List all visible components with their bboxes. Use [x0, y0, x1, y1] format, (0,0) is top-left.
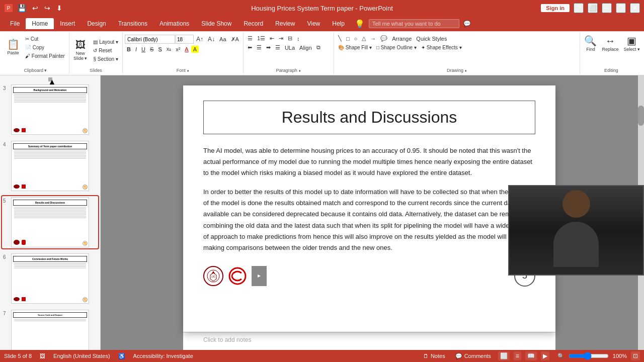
format-painter-button[interactable]: 🖌 Format Painter: [23, 52, 67, 60]
shape-triangle[interactable]: △: [360, 35, 368, 42]
slide-title-box[interactable]: Results and Discussions: [203, 101, 535, 134]
italic-button[interactable]: I: [133, 46, 139, 53]
underline-button[interactable]: U: [139, 46, 147, 53]
increase-font-button[interactable]: A↑: [194, 35, 205, 43]
decrease-indent-button[interactable]: ⇤: [268, 35, 276, 42]
superscript-button[interactable]: x²: [174, 46, 182, 53]
slide-thumb-5[interactable]: 5 Results and Discussions 🔁: [2, 196, 98, 248]
save-button[interactable]: 💾: [16, 3, 28, 13]
minimize-button[interactable]: ─: [602, 3, 612, 13]
font-size-selector[interactable]: [176, 35, 194, 44]
tab-animations[interactable]: Animations: [153, 18, 195, 29]
canvas-scrollbar-thumb[interactable]: [638, 106, 644, 126]
tab-review[interactable]: Review: [269, 18, 301, 29]
align-center-button[interactable]: ☰: [255, 44, 264, 51]
restore-button[interactable]: ❐: [616, 3, 626, 13]
shape-rect[interactable]: □: [344, 35, 352, 42]
tab-help[interactable]: Help: [326, 18, 351, 29]
coat-of-arms-icon: UG: [206, 269, 220, 283]
layout-button[interactable]: ▤ Layout ▾: [91, 38, 120, 46]
font-name-selector[interactable]: [125, 35, 175, 44]
paragraph-label: Paragraph ⬧: [244, 68, 334, 73]
tab-file[interactable]: File: [4, 18, 26, 29]
paste-button[interactable]: 📋 Paste: [4, 38, 22, 56]
tab-transitions[interactable]: Transitions: [112, 18, 153, 29]
decrease-font-button[interactable]: A↓: [206, 35, 217, 43]
cut-button[interactable]: ✂ Cut: [23, 35, 67, 43]
numbering-button[interactable]: 1☰: [255, 35, 267, 42]
shape-callout[interactable]: 💬: [378, 35, 389, 42]
arrange-button[interactable]: Arrange: [390, 35, 414, 42]
outline-view-button[interactable]: ≡: [514, 351, 521, 360]
comments-icon: 💬: [455, 353, 462, 359]
shape-outline-button[interactable]: □ Shape Outline ▾: [374, 44, 419, 51]
font-color-button[interactable]: A: [183, 46, 190, 53]
shape-effects-button[interactable]: ✦ Shape Effects ▾: [419, 44, 464, 51]
smartart-button[interactable]: ⧉: [314, 44, 323, 51]
slide-thumb-4[interactable]: 4 Summary of Term paper contribution 🔁: [2, 140, 98, 192]
tab-home[interactable]: Home: [26, 18, 54, 29]
tab-record[interactable]: Record: [237, 18, 269, 29]
search-input[interactable]: [369, 19, 459, 28]
scroll-up-button[interactable]: ▲: [48, 77, 52, 81]
justify-button[interactable]: ☰: [273, 44, 282, 51]
ribbon-display-button[interactable]: ⬜: [588, 3, 598, 13]
reset-button[interactable]: ↺ Reset: [91, 47, 120, 54]
help-icon[interactable]: ?: [574, 3, 584, 13]
zoom-slider[interactable]: [569, 352, 609, 360]
shape-oval[interactable]: ○: [352, 35, 360, 42]
slide-show-button[interactable]: ▶: [541, 351, 549, 360]
copy-button[interactable]: 📄 Copy: [23, 44, 67, 51]
normal-view-button[interactable]: ⬜: [498, 351, 510, 360]
find-button[interactable]: 🔍 Find: [582, 35, 599, 53]
shape-fill-button[interactable]: 🎨 Shape Fill ▾: [336, 44, 374, 51]
fit-to-window-button[interactable]: ⊡: [631, 351, 640, 360]
slide-thumb-7[interactable]: 7 Source Code and Dataset: [2, 309, 98, 350]
undo-button[interactable]: ↩: [31, 3, 40, 13]
tab-insert[interactable]: Insert: [54, 18, 81, 29]
align-text-button[interactable]: Align: [297, 44, 313, 51]
align-right-button[interactable]: ➡: [264, 44, 273, 51]
sign-in-button[interactable]: Sign in: [541, 4, 570, 12]
select-button[interactable]: ▣ Select ▾: [621, 35, 642, 53]
tab-slideshow[interactable]: Slide Show: [195, 18, 237, 29]
text-direction-button[interactable]: ULa: [283, 44, 297, 51]
tab-view[interactable]: View: [301, 18, 326, 29]
columns-button[interactable]: ⊟: [286, 35, 294, 42]
notes-button[interactable]: 🗒 Notes: [420, 352, 448, 360]
slide-thumb-3[interactable]: 3 Background and Motivation 🔁: [2, 83, 98, 136]
paragraph-group: ☰ 1☰ ⇤ ⇥ ⊟ ↕ ⬅ ☰ ➡ ☰ ULa Align ⧉ Paragra: [244, 33, 334, 74]
slide-preview-4: Summary of Term paper contribution 🔁: [11, 141, 89, 191]
increase-indent-button[interactable]: ⇥: [277, 35, 285, 42]
slide-thumb-6[interactable]: 6 Conclusion and Future Works 🔁: [2, 252, 98, 305]
bold-button[interactable]: B: [125, 46, 133, 53]
align-left-button[interactable]: ⬅: [246, 44, 254, 51]
status-bar: Slide 5 of 8 🖼 English (United States) ♿…: [0, 350, 644, 362]
strikethrough-button[interactable]: S: [148, 46, 155, 53]
slide-canvas[interactable]: Results and Discussions The AI model, wa…: [183, 85, 555, 332]
text-highlight-button[interactable]: A: [191, 46, 199, 53]
section-button[interactable]: § Section ▾: [91, 55, 120, 63]
change-case-button[interactable]: Aa: [217, 36, 228, 43]
quick-styles-button[interactable]: Quick Styles: [414, 35, 449, 42]
reading-view-button[interactable]: 📖: [525, 351, 537, 360]
notes-area[interactable]: Click to add notes: [183, 332, 555, 350]
subscript-button[interactable]: x₂: [165, 45, 174, 53]
clear-format-button[interactable]: ✗A: [229, 36, 241, 43]
line-spacing-button[interactable]: ↕: [295, 35, 302, 42]
tab-design[interactable]: Design: [81, 18, 112, 29]
shadow-button[interactable]: S: [156, 46, 164, 53]
notes-label: Notes: [431, 353, 445, 359]
comments-icon[interactable]: 💬: [463, 20, 471, 27]
shape-line[interactable]: ╲: [336, 35, 344, 42]
replace-button[interactable]: ↔ Replace: [600, 35, 620, 53]
bullets-button[interactable]: ☰: [246, 35, 255, 42]
editing-group: 🔍 Find ↔ Replace ▣ Select ▾ Editing: [580, 33, 642, 74]
customize-qat-button[interactable]: ⬇: [55, 3, 64, 13]
redo-button[interactable]: ↪: [43, 3, 52, 13]
comments-button[interactable]: 💬 Comments: [452, 352, 494, 360]
close-button[interactable]: ✕: [630, 3, 640, 13]
shape-arrow[interactable]: →: [368, 35, 378, 42]
accessibility-info[interactable]: Accessibility: Investigate: [133, 353, 193, 359]
new-slide-button[interactable]: 🖼 NewSlide ▾: [71, 39, 90, 62]
